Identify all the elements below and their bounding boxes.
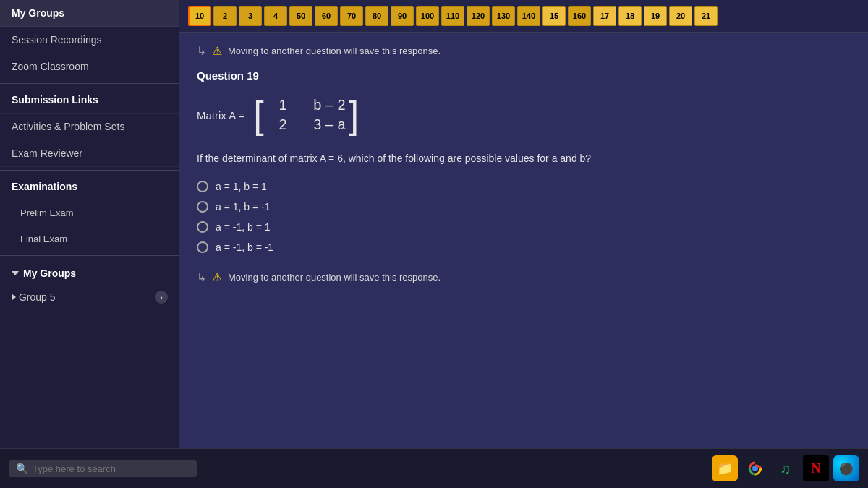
sidebar-item-final-exam[interactable]: Final Exam: [0, 226, 179, 252]
taskbar-icons: 📁 ♫ N ⚫: [712, 455, 859, 481]
q-btn-80[interactable]: 80: [365, 6, 388, 26]
q-btn-140[interactable]: 140: [517, 6, 540, 26]
sidebar-label-examinations: Examinations: [12, 181, 77, 192]
main-content: 10 2 3 4 50 60 70 80 90 100 110 120 130 …: [179, 0, 868, 448]
sidebar-item-exam-reviewer[interactable]: Exam Reviewer: [0, 140, 179, 167]
triangle-down-icon: [12, 271, 19, 275]
sidebar-label-prelim-exam: Prelim Exam: [20, 207, 74, 218]
my-groups-label: My Groups: [23, 267, 76, 279]
chrome-icon[interactable]: [742, 455, 768, 481]
matrix-bracket-right: ]: [349, 96, 359, 134]
search-icon: 🔍: [16, 463, 28, 474]
taskbar: 🔍 📁 ♫ N ⚫: [0, 448, 868, 488]
q-btn-90[interactable]: 90: [391, 6, 414, 26]
option-4[interactable]: a = -1, b = -1: [197, 241, 851, 253]
taskbar-search-box[interactable]: 🔍: [9, 460, 197, 477]
sidebar-item-examinations[interactable]: Examinations: [0, 174, 179, 200]
q-btn-2[interactable]: 2: [213, 6, 237, 26]
arrow-right-icon-bottom: ↳: [197, 270, 206, 284]
q-btn-10[interactable]: 10: [188, 6, 211, 26]
q-btn-160[interactable]: 160: [568, 6, 591, 26]
group5-item[interactable]: Group 5 ›: [0, 285, 179, 309]
q-btn-100[interactable]: 100: [416, 6, 439, 26]
sidebar-label-session-recordings: Session Recordings: [12, 34, 102, 46]
option-radio-4[interactable]: [197, 241, 208, 253]
search-input[interactable]: [33, 463, 190, 474]
q-btn-20[interactable]: 20: [669, 6, 692, 26]
sidebar-label-activities: Activities & Problem Sets: [12, 121, 124, 132]
question-nav: 10 2 3 4 50 60 70 80 90 100 110 120 130 …: [179, 0, 868, 33]
question-text: If the determinant of matrix A = 6, whic…: [197, 151, 851, 166]
q-btn-21[interactable]: 21: [694, 6, 718, 26]
warning-banner-top: ↳ ⚠ Moving to another question will save…: [197, 44, 851, 58]
group5-expand-icon[interactable]: ›: [155, 291, 168, 304]
option-radio-2[interactable]: [197, 201, 208, 213]
option-radio-3[interactable]: [197, 221, 208, 233]
my-groups-section: My Groups Group 5 ›: [0, 262, 179, 309]
q-btn-130[interactable]: 130: [492, 6, 515, 26]
group5-label: Group 5: [19, 291, 56, 303]
warning-banner-bottom: ↳ ⚠ Moving to another question will save…: [197, 270, 851, 284]
arrow-right-icon: ↳: [197, 44, 206, 58]
q-btn-70[interactable]: 70: [340, 6, 363, 26]
sidebar-item-activities[interactable]: Activities & Problem Sets: [0, 114, 179, 140]
sidebar-label-final-exam: Final Exam: [20, 234, 67, 244]
matrix-section: Matrix A = [ 1 b – 2 2 3 – a ]: [197, 96, 851, 134]
divider-3: [0, 255, 179, 256]
sidebar-label-my-groups: My Groups: [12, 7, 64, 19]
sidebar: My Groups Session Recordings Zoom Classr…: [0, 0, 179, 448]
matrix-bracket-left: [: [253, 96, 263, 134]
sidebar-label-zoom-classroom: Zoom Classroom: [12, 61, 89, 72]
q-btn-15[interactable]: 15: [542, 6, 566, 26]
option-label-4: a = -1, b = -1: [216, 241, 273, 253]
q-btn-18[interactable]: 18: [618, 6, 642, 26]
warning-icon-top: ⚠: [212, 44, 222, 58]
sidebar-item-my-groups[interactable]: My Groups: [0, 0, 179, 27]
warning-icon-bottom: ⚠: [212, 270, 222, 284]
question-label: Question 19: [197, 69, 851, 82]
option-label-1: a = 1, b = 1: [216, 181, 267, 192]
matrix-grid: 1 b – 2 2 3 – a: [267, 97, 346, 133]
sidebar-item-submission-links[interactable]: Submission Links: [0, 87, 179, 114]
store-icon[interactable]: ⚫: [833, 455, 859, 481]
warning-text-bottom: Moving to another question will save thi…: [228, 272, 441, 283]
content-body: ↳ ⚠ Moving to another question will save…: [179, 33, 868, 296]
sidebar-item-zoom-classroom[interactable]: Zoom Classroom: [0, 53, 179, 80]
matrix-r2c1: 2: [267, 116, 299, 133]
sidebar-label-submission-links: Submission Links: [12, 94, 98, 106]
option-2[interactable]: a = 1, b = -1: [197, 201, 851, 213]
q-btn-17[interactable]: 17: [593, 6, 616, 26]
q-btn-4[interactable]: 4: [264, 6, 287, 26]
divider-1: [0, 83, 179, 84]
divider-2: [0, 170, 179, 171]
option-radio-1[interactable]: [197, 181, 208, 192]
matrix-display: [ 1 b – 2 2 3 – a ]: [253, 96, 359, 134]
q-btn-19[interactable]: 19: [644, 6, 667, 26]
option-label-3: a = -1, b = 1: [216, 221, 271, 233]
sidebar-item-prelim-exam[interactable]: Prelim Exam: [0, 200, 179, 226]
sidebar-item-session-recordings[interactable]: Session Recordings: [0, 27, 179, 53]
q-btn-3[interactable]: 3: [239, 6, 262, 26]
q-btn-110[interactable]: 110: [441, 6, 464, 26]
netflix-icon[interactable]: N: [803, 455, 829, 481]
file-manager-icon[interactable]: 📁: [712, 455, 738, 481]
matrix-a-label: Matrix A =: [197, 109, 244, 121]
spotify-icon[interactable]: ♫: [773, 455, 799, 481]
sidebar-label-exam-reviewer: Exam Reviewer: [12, 147, 82, 159]
q-btn-50[interactable]: 50: [289, 6, 312, 26]
matrix-r2c2: 3 – a: [313, 116, 345, 133]
matrix-r1c2: b – 2: [313, 97, 345, 114]
options-list: a = 1, b = 1 a = 1, b = -1 a = -1, b = 1…: [197, 181, 851, 253]
option-3[interactable]: a = -1, b = 1: [197, 221, 851, 233]
warning-text-top: Moving to another question will save thi…: [228, 46, 441, 56]
triangle-right-icon: [12, 294, 16, 301]
q-btn-60[interactable]: 60: [315, 6, 338, 26]
q-btn-120[interactable]: 120: [467, 6, 490, 26]
option-1[interactable]: a = 1, b = 1: [197, 181, 851, 192]
matrix-r1c1: 1: [267, 97, 299, 114]
option-label-2: a = 1, b = -1: [216, 201, 271, 213]
my-groups-header[interactable]: My Groups: [0, 262, 179, 285]
